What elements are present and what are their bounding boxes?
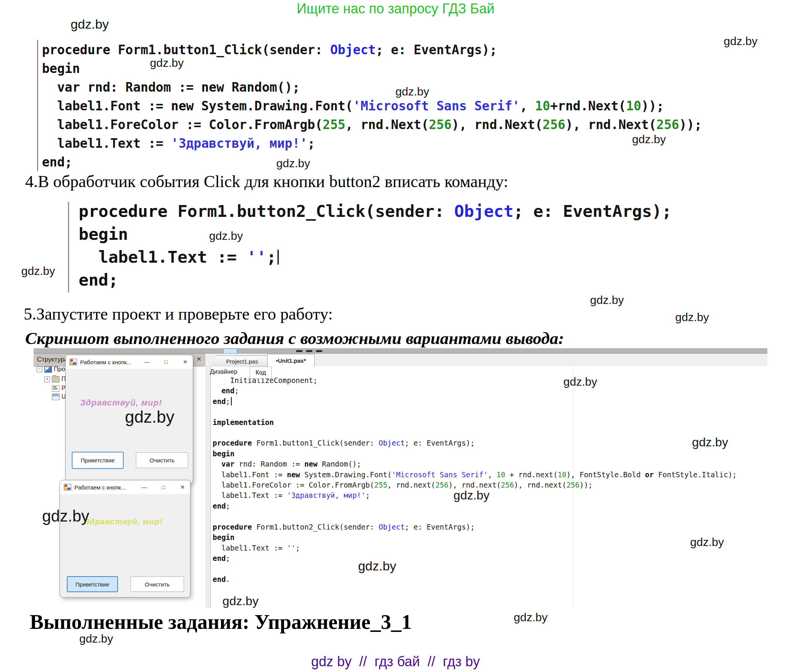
code-line: end; <box>213 396 737 407</box>
code-line <box>213 407 737 417</box>
gdz-watermark: gdz.by <box>21 265 55 278</box>
code-line: end; <box>213 501 737 511</box>
code-line <box>213 428 737 438</box>
gdz-watermark: gdz.by <box>276 157 310 170</box>
tree-item-П[interactable]: +П <box>44 375 66 383</box>
gdz-watermark: gdz.by <box>223 594 258 608</box>
embedded-screenshot: Структура ✕ −Прое+ПPrU Project1.pas •Uni… <box>34 348 767 608</box>
gdz-watermark: gdz.by <box>125 407 174 426</box>
gdz-watermark: gdz.by <box>590 294 624 307</box>
code-block1-border <box>37 40 38 171</box>
tree-item-U[interactable]: U <box>52 393 66 401</box>
close-icon[interactable]: ✕ <box>179 484 186 490</box>
gdz-watermark: gdz.by <box>396 85 429 98</box>
text-cursor <box>231 397 232 405</box>
code-line: end; <box>42 153 702 171</box>
code-line: var rnd: Random := new Random(); <box>213 459 737 469</box>
gdz-watermark: gdz.by <box>150 57 184 69</box>
code-line <box>213 564 737 574</box>
code-line: label1.Font := new System.Drawing.Font('… <box>213 470 737 480</box>
code-line: implementation <box>213 417 737 428</box>
maximize-icon[interactable]: □ <box>162 359 170 365</box>
clear-button[interactable]: Очистить <box>136 452 188 468</box>
code-line: label1.Text := 'Здравствуй, мир!'; <box>42 134 702 153</box>
project-icon <box>44 366 52 373</box>
code-line: label1.Font := new System.Drawing.Font('… <box>42 97 702 115</box>
minimize-icon[interactable]: — <box>143 359 151 365</box>
window-chrome-strip <box>34 348 767 354</box>
unit-file-icon <box>52 394 60 400</box>
tab-project1-pas[interactable]: Project1.pas <box>210 355 270 367</box>
greeting-button[interactable]: Приветствие <box>67 576 118 592</box>
gdz-watermark: gdz.by <box>514 611 547 624</box>
code-snippet-button2-click: procedure Form1.button2_Click(sender: Ob… <box>79 200 672 291</box>
code-line: procedure Form1.button2_Click(sender: Ob… <box>79 200 672 223</box>
dock-dash-icon <box>316 350 322 352</box>
tree-item-label: U <box>61 393 66 400</box>
code-line: begin <box>213 532 737 543</box>
promo-banner: Ищите нас по запросу ГДЗ Бай <box>0 1 791 17</box>
expand-icon[interactable]: + <box>44 376 50 382</box>
step-5-text: 5.Запустите проект и проверьте его работ… <box>24 304 333 324</box>
code-block2-border <box>68 202 69 292</box>
gdz-watermark: gdz.by <box>42 507 89 525</box>
gdz-watermark: gdz.by <box>358 559 396 573</box>
subtab-designer[interactable]: Дизайнер <box>210 368 237 375</box>
gdz-watermark: gdz.by <box>690 536 724 549</box>
tab-unit1-pas[interactable]: •Unit1.pas* <box>267 354 315 367</box>
folder-icon <box>52 376 60 383</box>
gdz-watermark: gdz.by <box>724 35 757 48</box>
tree-item-Pr[interactable]: Pr <box>52 384 68 393</box>
code-line: end. <box>213 574 737 585</box>
text-cursor <box>278 250 279 265</box>
code-line: InitializeComponent; <box>213 375 737 386</box>
form-window-2: Работаем с кнопк... — □ ✕ Здравствуй, ми… <box>60 480 190 597</box>
app-form-icon <box>64 484 71 491</box>
gdz-watermark: gdz.by <box>675 311 709 324</box>
dock-dash-icon <box>296 350 302 352</box>
structure-panel-title: Структура <box>37 356 68 363</box>
footer-keywords: gdz by // гдз бай // гдз by <box>0 654 791 670</box>
gdz-watermark: gdz.by <box>563 375 597 388</box>
code-line: label1.Text := ''; <box>213 543 737 553</box>
step-4-text: 4.В обработчик события Click для кнопки … <box>25 172 508 191</box>
code-line: procedure Form1.button2_Click(sender: Ob… <box>213 522 737 532</box>
tree-item-Прое[interactable]: −Прое <box>37 365 68 373</box>
gdz-watermark: gdz.by <box>71 17 109 32</box>
tree-item-label: П <box>61 376 66 383</box>
collapse-icon[interactable]: − <box>37 367 42 372</box>
gdz-watermark: gdz.by <box>632 133 666 146</box>
form1-titlebar[interactable]: Работаем с кнопк... — □ ✕ <box>66 355 193 369</box>
gdz-watermark: gdz.by <box>79 632 113 645</box>
code-line: var rnd: Random := new Random(); <box>42 78 702 97</box>
clear-button[interactable]: Очистить <box>131 577 184 592</box>
code-line <box>213 511 737 522</box>
editor-code-text: InitializeComponent; end;end; implementa… <box>213 375 737 585</box>
code-line: end; <box>213 386 737 396</box>
dock-dash-icon <box>306 350 312 352</box>
subtab-code[interactable]: Код <box>250 367 272 379</box>
minimize-icon[interactable]: — <box>140 484 148 490</box>
toolbar-highlight-button[interactable] <box>223 349 237 354</box>
code-line: begin <box>213 449 737 459</box>
close-icon[interactable]: ✕ <box>181 359 189 365</box>
code-line: label1.Text := ''; <box>79 246 672 268</box>
app-form-icon <box>69 359 77 365</box>
close-icon[interactable]: ✕ <box>197 355 202 363</box>
editor-gutter <box>205 366 211 608</box>
gdz-watermark: gdz.by <box>454 488 489 502</box>
page: Ищите нас по запросу ГДЗ Бай procedure F… <box>0 0 791 672</box>
gdz-watermark: gdz.by <box>692 435 728 449</box>
code-line: label1.ForeColor := Color.FromArgb(255, … <box>42 115 702 134</box>
project-file-icon <box>52 385 60 392</box>
screenshot-caption: Скриншот выполненного задания с возможны… <box>25 328 564 348</box>
code-snippet-button1-click: procedure Form1.button1_Click(sender: Ob… <box>42 40 702 171</box>
greeting-button[interactable]: Приветствие <box>72 452 124 469</box>
code-line: begin <box>79 223 672 246</box>
form1-title: Работаем с кнопк... <box>80 359 131 365</box>
maximize-icon[interactable]: □ <box>160 484 167 490</box>
form2-title: Работаем с кнопк... <box>74 484 126 491</box>
completed-heading: Выполненные задания: Упражнение_3_1 <box>30 610 412 634</box>
form2-titlebar[interactable]: Работаем с кнопк... — □ ✕ <box>60 480 190 494</box>
form2-hello-label: Здравствуй, мир! <box>84 517 163 526</box>
